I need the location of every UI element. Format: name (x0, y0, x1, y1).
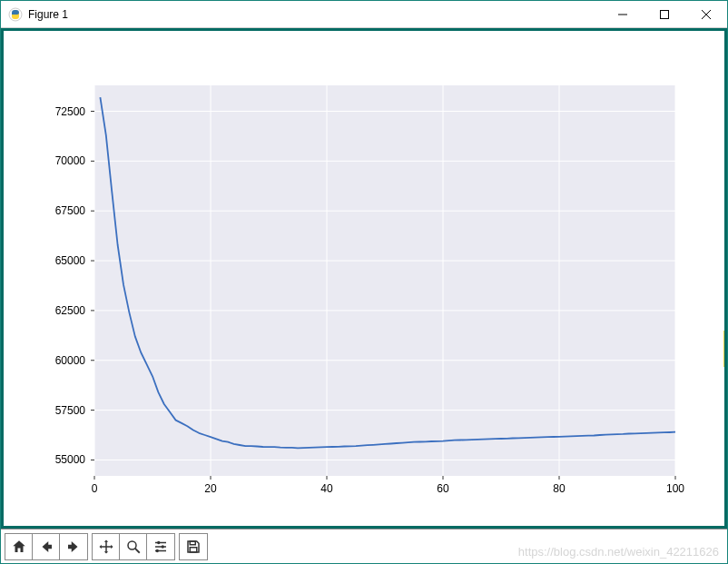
svg-rect-2 (661, 10, 669, 18)
close-button[interactable] (685, 1, 727, 28)
nav-toolbar: https://blog.csdn.net/weixin_42211626 (1, 529, 727, 563)
svg-text:70000: 70000 (55, 154, 86, 167)
figure-canvas[interactable]: 0204060801005500057500600006250065000675… (1, 28, 727, 529)
svg-text:65000: 65000 (55, 254, 86, 267)
edge-decoration (723, 331, 727, 367)
svg-text:60000: 60000 (55, 354, 86, 367)
watermark: https://blog.csdn.net/weixin_42211626 (518, 545, 719, 559)
svg-point-55 (156, 549, 159, 551)
svg-rect-5 (94, 85, 675, 476)
configure-button[interactable] (147, 534, 174, 559)
svg-text:40: 40 (320, 482, 333, 495)
svg-text:55000: 55000 (55, 453, 86, 466)
svg-text:67500: 67500 (55, 204, 86, 217)
minimize-button[interactable] (602, 1, 644, 28)
svg-text:62500: 62500 (55, 304, 86, 317)
home-button[interactable] (5, 534, 33, 559)
titlebar: Figure 1 (1, 1, 727, 28)
svg-text:60: 60 (437, 482, 449, 495)
svg-rect-56 (190, 541, 195, 545)
save-button[interactable] (180, 534, 207, 559)
svg-text:57500: 57500 (55, 404, 86, 417)
svg-text:72500: 72500 (55, 105, 86, 118)
svg-rect-57 (190, 547, 197, 551)
svg-point-48 (128, 541, 136, 549)
pan-button[interactable] (93, 534, 120, 559)
plot-svg: 0204060801005500057500600006250065000675… (4, 31, 724, 529)
back-button[interactable] (33, 534, 60, 559)
svg-text:20: 20 (204, 482, 217, 495)
zoom-button[interactable] (120, 534, 147, 559)
figure-window: Figure 1 0204060801005500057500600006250… (0, 0, 728, 564)
svg-point-53 (162, 545, 164, 548)
svg-text:80: 80 (553, 482, 566, 495)
window-title: Figure 1 (28, 8, 68, 21)
svg-text:0: 0 (92, 482, 98, 495)
svg-text:100: 100 (666, 482, 684, 495)
python-icon (8, 7, 23, 22)
svg-line-49 (134, 548, 139, 552)
svg-point-51 (157, 540, 160, 543)
maximize-button[interactable] (644, 1, 685, 28)
forward-button[interactable] (60, 534, 87, 559)
